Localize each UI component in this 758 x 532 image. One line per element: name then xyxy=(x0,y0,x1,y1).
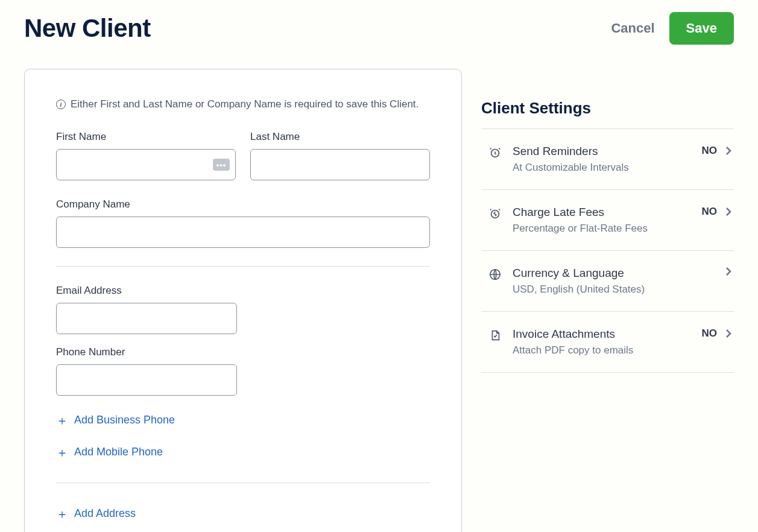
plus-icon: ＋ xyxy=(56,414,68,426)
globe-icon xyxy=(488,268,502,281)
setting-currency-language[interactable]: Currency & Language USD, English (United… xyxy=(481,251,734,312)
dollar-clock-icon xyxy=(488,207,502,220)
company-name-label: Company Name xyxy=(56,198,430,211)
settings-list: Send Reminders At Customizable Intervals… xyxy=(481,128,734,373)
phone-field: Phone Number xyxy=(56,346,430,396)
setting-body: Invoice Attachments Attach PDF copy to e… xyxy=(513,328,691,356)
setting-send-reminders[interactable]: Send Reminders At Customizable Intervals… xyxy=(481,129,734,190)
add-business-phone-label: Add Business Phone xyxy=(74,414,175,426)
first-name-field: First Name ••• xyxy=(56,131,236,180)
content: i Either First and Last Name or Company … xyxy=(24,69,734,532)
phone-input[interactable] xyxy=(56,364,237,396)
setting-subtitle: USD, English (United States) xyxy=(513,283,706,296)
info-message: i Either First and Last Name or Company … xyxy=(56,98,430,110)
setting-title: Invoice Attachments xyxy=(513,328,691,341)
last-name-field: Last Name xyxy=(250,131,430,180)
setting-invoice-attachments[interactable]: Invoice Attachments Attach PDF copy to e… xyxy=(481,312,734,373)
add-mobile-phone-button[interactable]: ＋ Add Mobile Phone xyxy=(56,440,430,464)
chevron-right-icon xyxy=(725,329,731,338)
setting-value: NO xyxy=(702,145,718,157)
autofill-icon: ••• xyxy=(213,159,230,171)
setting-right xyxy=(717,267,731,276)
last-name-input[interactable] xyxy=(250,149,430,180)
reminder-clock-icon xyxy=(488,146,502,159)
page-header: New Client Cancel Save xyxy=(24,12,734,45)
company-name-field: Company Name xyxy=(56,198,430,248)
phone-add-links: ＋ Add Business Phone ＋ Add Mobile Phone xyxy=(56,408,430,464)
first-name-label: First Name xyxy=(56,131,236,143)
setting-subtitle: At Customizable Intervals xyxy=(513,162,691,174)
first-name-input[interactable] xyxy=(56,149,236,180)
add-business-phone-button[interactable]: ＋ Add Business Phone xyxy=(56,408,430,432)
chevron-right-icon xyxy=(725,207,731,217)
info-text: Either First and Last Name or Company Na… xyxy=(71,98,418,110)
email-input[interactable] xyxy=(56,303,237,334)
setting-value: NO xyxy=(702,206,718,218)
last-name-label: Last Name xyxy=(250,131,430,143)
header-actions: Cancel Save xyxy=(611,12,734,45)
divider xyxy=(56,483,430,483)
phone-label: Phone Number xyxy=(56,346,430,358)
email-label: Email Address xyxy=(56,285,430,297)
name-row: First Name ••• Last Name xyxy=(56,131,430,180)
save-button[interactable]: Save xyxy=(669,12,734,45)
setting-body: Send Reminders At Customizable Intervals xyxy=(513,145,691,174)
divider xyxy=(56,266,430,267)
setting-body: Currency & Language USD, English (United… xyxy=(513,267,706,296)
first-name-wrap: ••• xyxy=(56,149,236,180)
cancel-button[interactable]: Cancel xyxy=(611,21,654,36)
add-mobile-phone-label: Add Mobile Phone xyxy=(74,446,163,458)
attachment-icon xyxy=(488,329,502,342)
plus-icon: ＋ xyxy=(56,508,68,520)
setting-title: Charge Late Fees xyxy=(513,206,691,219)
page-title: New Client xyxy=(24,14,151,43)
setting-charge-late-fees[interactable]: Charge Late Fees Percentage or Flat-Rate… xyxy=(481,190,734,251)
chevron-right-icon xyxy=(725,146,731,156)
setting-title: Send Reminders xyxy=(513,145,691,158)
setting-right: NO xyxy=(702,145,732,157)
email-field: Email Address xyxy=(56,285,430,334)
client-form-card: i Either First and Last Name or Company … xyxy=(24,69,462,532)
add-address-button[interactable]: ＋ Add Address xyxy=(56,501,136,526)
setting-subtitle: Attach PDF copy to emails xyxy=(513,344,691,356)
setting-right: NO xyxy=(702,328,732,340)
setting-body: Charge Late Fees Percentage or Flat-Rate… xyxy=(513,206,691,235)
chevron-right-icon xyxy=(725,267,731,276)
setting-title: Currency & Language xyxy=(513,267,706,280)
client-settings-sidebar: Client Settings Send Reminders At Custom… xyxy=(481,69,734,532)
add-address-label: Add Address xyxy=(74,507,136,520)
plus-icon: ＋ xyxy=(56,446,68,458)
company-name-input[interactable] xyxy=(56,217,430,248)
sidebar-title: Client Settings xyxy=(481,99,734,118)
setting-subtitle: Percentage or Flat-Rate Fees xyxy=(513,223,691,235)
setting-right: NO xyxy=(702,206,732,218)
setting-value: NO xyxy=(702,328,718,340)
info-icon: i xyxy=(56,100,66,109)
